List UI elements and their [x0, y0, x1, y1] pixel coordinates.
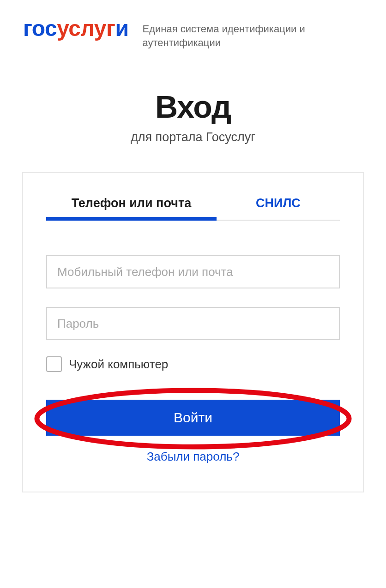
tab-snils[interactable]: СНИЛС: [217, 196, 340, 220]
forgot-password-link[interactable]: Забыли пароль?: [46, 450, 340, 464]
login-button-area: Войти: [46, 400, 340, 436]
logo-text-gos: гос: [23, 16, 57, 41]
foreign-computer-checkbox[interactable]: [46, 356, 62, 372]
login-card: Телефон или почта СНИЛС Чужой компьютер …: [22, 172, 364, 492]
tab-phone-email[interactable]: Телефон или почта: [46, 196, 217, 220]
logo: госуслуги: [23, 18, 129, 40]
tabs: Телефон или почта СНИЛС: [46, 196, 340, 221]
page-title: Вход: [0, 89, 386, 125]
page-subtitle: для портала Госуслуг: [0, 130, 386, 144]
header: госуслуги Единая система идентификации и…: [0, 0, 386, 49]
logo-text-uslug: услуг: [57, 16, 115, 41]
login-button[interactable]: Войти: [46, 400, 340, 436]
password-input[interactable]: [46, 307, 340, 340]
page-title-block: Вход: [0, 89, 386, 125]
login-input[interactable]: [46, 255, 340, 288]
foreign-computer-row: Чужой компьютер: [46, 356, 340, 372]
logo-text-i: и: [115, 16, 129, 41]
header-subtitle: Единая система идентификации и аутентифи…: [143, 18, 363, 49]
foreign-computer-label: Чужой компьютер: [69, 357, 168, 372]
